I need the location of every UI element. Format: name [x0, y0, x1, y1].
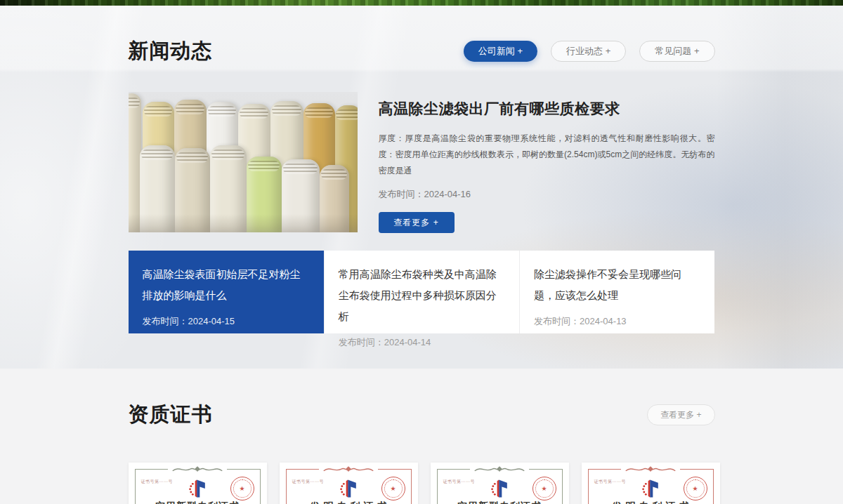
certificate-card[interactable]: 证书号第⋯⋯号 发明专利证书 — [280, 463, 418, 504]
certificates-view-more-button[interactable]: 查看更多 + — [647, 404, 714, 425]
cert-number: 证书号第⋯⋯号 — [292, 479, 325, 485]
filter-bag — [210, 145, 247, 232]
news-card-title: 高温除尘袋表面初始层不足对粉尘排放的影响是什么 — [143, 264, 310, 306]
view-more-button[interactable]: 查看更多 + — [379, 212, 455, 233]
treetop-photo-strip — [0, 0, 843, 6]
news-card[interactable]: 常用高温除尘布袋种类及中高温除尘布袋使用过程中多种损坏原因分析 发布时间：202… — [324, 251, 519, 333]
filter-bag — [140, 145, 175, 232]
certificates-section-title: 资质证书 — [129, 401, 213, 429]
patent-logo-icon — [640, 478, 661, 499]
cert-title: 实用新型专利证书 — [136, 500, 260, 504]
certificate-card[interactable]: 证书号第⋯⋯号 实用新型专利证书 — [431, 463, 569, 504]
filter-bag — [320, 165, 349, 232]
cert-ornament — [470, 465, 529, 474]
red-seal-icon — [684, 477, 707, 500]
filter-bag — [129, 93, 141, 232]
filter-bag — [247, 157, 282, 232]
cert-ornament — [319, 465, 378, 474]
cert-ornament — [168, 465, 227, 474]
cert-number: 证书号第⋯⋯号 — [141, 479, 174, 485]
featured-news-image[interactable] — [129, 92, 358, 232]
news-card[interactable]: 高温除尘袋表面初始层不足对粉尘排放的影响是什么 发布时间：2024-04-15 — [129, 251, 324, 333]
featured-news-date: 发布时间：2024-04-16 — [379, 188, 715, 201]
news-card-date: 发布时间：2024-04-13 — [534, 315, 700, 328]
cert-ornament — [621, 465, 680, 474]
featured-news-title[interactable]: 高温除尘滤袋出厂前有哪些质检要求 — [379, 99, 715, 119]
cert-title: 发明专利证书 — [287, 500, 411, 504]
news-card-row: 高温除尘袋表面初始层不足对粉尘排放的影响是什么 发布时间：2024-04-15 … — [129, 251, 715, 333]
news-card-date: 发布时间：2024-04-14 — [339, 336, 505, 349]
patent-logo-icon — [187, 478, 208, 499]
certificate-card[interactable]: 证书号第⋯⋯号 发明专利证书 — [582, 463, 720, 504]
cert-title: 发明专利证书 — [589, 500, 713, 504]
news-section-title: 新闻动态 — [129, 37, 213, 65]
tab-company-news[interactable]: 公司新闻 + — [464, 41, 537, 62]
featured-news-excerpt: 厚度：厚度是高温除尘袋的重要物理系统性能，对滤料的透气性和耐磨性影响很大。密度：… — [379, 131, 715, 179]
news-section: 新闻动态 公司新闻 + 行业动态 + 常见问题 + — [0, 6, 843, 369]
tab-industry-news[interactable]: 行业动态 + — [551, 41, 626, 62]
tab-faq[interactable]: 常见问题 + — [639, 41, 714, 62]
filter-bag — [175, 148, 210, 232]
news-tabs: 公司新闻 + 行业动态 + 常见问题 + — [464, 41, 715, 62]
red-seal-icon — [381, 477, 405, 500]
news-card-title: 除尘滤袋操作不妥会呈现哪些问题，应该怎么处理 — [534, 264, 700, 306]
certificate-row: 证书号第⋯⋯号 实用新型专利证书 — [129, 463, 715, 504]
cert-number: 证书号第⋯⋯号 — [443, 479, 476, 485]
cert-number: 证书号第⋯⋯号 — [594, 479, 627, 485]
news-card-date: 发布时间：2024-04-15 — [143, 315, 310, 328]
patent-logo-icon — [338, 478, 359, 499]
certificates-section: 资质证书 查看更多 + 证书号第⋯⋯号 — [0, 369, 843, 504]
filter-bag — [282, 159, 320, 232]
news-card[interactable]: 除尘滤袋操作不妥会呈现哪些问题，应该怎么处理 发布时间：2024-04-13 — [519, 251, 714, 333]
red-seal-icon — [230, 477, 254, 500]
cert-title: 实用新型专利证书 — [438, 500, 562, 504]
featured-news: 高温除尘滤袋出厂前有哪些质检要求 厚度：厚度是高温除尘袋的重要物理系统性能，对滤… — [129, 92, 715, 233]
news-card-title: 常用高温除尘布袋种类及中高温除尘布袋使用过程中多种损坏原因分析 — [339, 264, 505, 327]
certificate-card[interactable]: 证书号第⋯⋯号 实用新型专利证书 — [129, 463, 267, 504]
patent-logo-icon — [489, 478, 510, 499]
red-seal-icon — [532, 477, 556, 500]
